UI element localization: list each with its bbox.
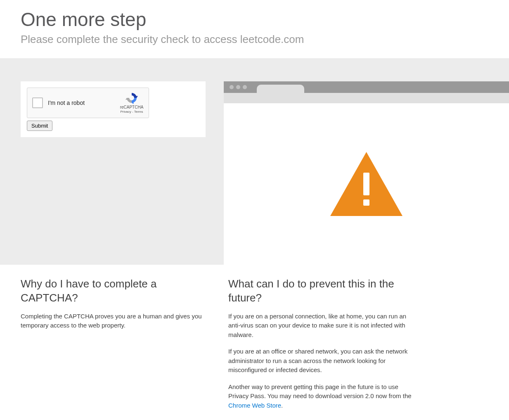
page-header: One more step Please complete the securi… <box>0 0 509 58</box>
svg-rect-3 <box>363 173 369 195</box>
chrome-web-store-link[interactable]: Chrome Web Store <box>228 402 281 409</box>
warning-triangle-icon <box>330 152 402 216</box>
recaptcha-checkbox[interactable] <box>32 97 43 108</box>
recaptcha-branding: reCAPTCHA Privacy - Terms <box>118 92 145 114</box>
browser-viewport <box>224 103 509 265</box>
browser-mockup <box>224 81 509 265</box>
why-paragraph: Completing the CAPTCHA proves you are a … <box>21 312 206 330</box>
prevent-heading: What can I do to prevent this in the fut… <box>228 277 413 305</box>
recaptcha-logo-icon <box>125 92 138 104</box>
window-dot-icon <box>243 85 247 89</box>
why-heading: Why do I have to complete a CAPTCHA? <box>21 277 206 305</box>
recaptcha-brand-text: reCAPTCHA <box>118 105 145 110</box>
browser-toolbar <box>224 93 509 103</box>
prevent-paragraph-2: If you are at an office or shared networ… <box>228 347 413 375</box>
recaptcha-widget[interactable]: I'm not a robot reCAPTCHA Privacy - Term… <box>27 88 149 118</box>
browser-titlebar <box>224 81 509 93</box>
info-col-why: Why do I have to complete a CAPTCHA? Com… <box>21 277 206 418</box>
info-section: Why do I have to complete a CAPTCHA? Com… <box>0 265 509 418</box>
recaptcha-privacy-links[interactable]: Privacy - Terms <box>118 110 145 114</box>
prevent-p3-text: Another way to prevent getting this page… <box>228 383 412 400</box>
info-col-prevent: What can I do to prevent this in the fut… <box>228 277 413 418</box>
prevent-paragraph-3: Another way to prevent getting this page… <box>228 382 413 411</box>
middle-section: I'm not a robot reCAPTCHA Privacy - Term… <box>0 58 509 265</box>
window-dot-icon <box>236 85 240 89</box>
prevent-paragraph-1: If you are on a personal connection, lik… <box>228 312 413 340</box>
page-subtitle: Please complete the security check to ac… <box>21 33 488 46</box>
recaptcha-label: I'm not a robot <box>48 100 118 106</box>
page-title: One more step <box>21 8 488 31</box>
submit-button[interactable]: Submit <box>27 121 52 131</box>
captcha-panel: I'm not a robot reCAPTCHA Privacy - Term… <box>21 81 206 137</box>
browser-tab <box>257 85 304 93</box>
svg-rect-4 <box>363 199 369 206</box>
window-dot-icon <box>230 85 234 89</box>
